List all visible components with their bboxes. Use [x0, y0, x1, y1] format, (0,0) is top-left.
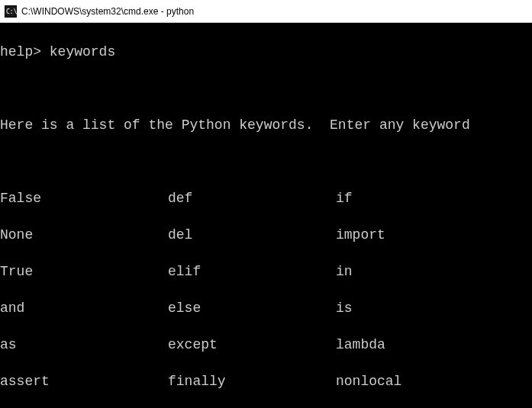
keyword-cell: del: [168, 226, 336, 244]
keyword-cell: is: [336, 299, 353, 317]
blank-line: [0, 153, 532, 171]
keyword-cell: lambda: [336, 336, 385, 354]
keyword-row: asexceptlambda: [0, 336, 532, 354]
keyword-cell: nonlocal: [336, 372, 401, 390]
keyword-cell: in: [336, 262, 353, 281]
keyword-row: andelseis: [0, 299, 532, 317]
keyword-cell: else: [168, 299, 336, 317]
keyword-cell: finally: [168, 372, 336, 390]
keyword-cell: None: [0, 226, 168, 244]
window-titlebar[interactable]: C:\ C:\WINDOWS\system32\cmd.exe - python: [0, 0, 532, 23]
terminal-output[interactable]: help> keywords Here is a list of the Pyt…: [0, 23, 532, 408]
keyword-cell: if: [336, 189, 353, 207]
keyword-row: Falsedefif: [0, 189, 532, 207]
keyword-cell: as: [0, 336, 168, 354]
help-prompt-line: help> keywords: [0, 43, 532, 61]
keyword-cell: assert: [0, 372, 168, 390]
blank-line: [0, 79, 532, 98]
keyword-cell: elif: [168, 262, 336, 281]
svg-text:C:\: C:\: [6, 8, 17, 15]
keyword-cell: True: [0, 262, 168, 281]
keyword-row: assertfinallynonlocal: [0, 372, 532, 390]
cmd-icon: C:\: [5, 5, 17, 18]
keyword-cell: and: [0, 299, 168, 317]
keyword-cell: def: [168, 189, 336, 207]
keyword-cell: False: [0, 189, 168, 207]
keyword-cell: except: [168, 336, 336, 354]
keyword-cell: import: [336, 226, 385, 244]
keyword-row: Nonedelimport: [0, 226, 532, 244]
window-title: C:\WINDOWS\system32\cmd.exe - python: [21, 6, 194, 17]
keyword-row: Trueelifin: [0, 262, 532, 281]
keywords-intro: Here is a list of the Python keywords. E…: [0, 116, 532, 134]
